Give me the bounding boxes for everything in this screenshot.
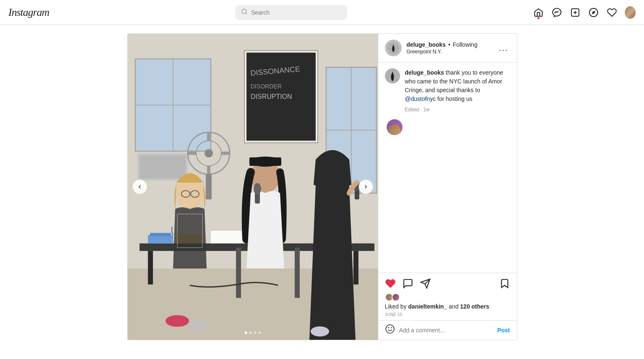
app-header: Instagram — [0, 0, 644, 25]
svg-point-64 — [386, 325, 394, 333]
likes-avatars — [385, 293, 510, 301]
like-button[interactable] — [385, 276, 396, 291]
post-header-info: deluge_books • Following Greenpoint N.Y. — [407, 41, 492, 55]
search-input[interactable] — [251, 9, 341, 16]
svg-point-0 — [242, 9, 247, 14]
author-username[interactable]: deluge_books — [407, 41, 446, 48]
caption-meta: Edited · 1w — [405, 107, 510, 113]
post-image-section: DISSONANCE DISORDER DISRUPTION — [128, 34, 378, 340]
post-header: deluge_books • Following Greenpoint N.Y.… — [378, 34, 517, 63]
caption-author-avatar[interactable] — [385, 68, 400, 83]
explore-icon[interactable] — [588, 7, 599, 18]
dot-4 — [258, 331, 261, 334]
home-notification-dot — [538, 17, 540, 19]
svg-point-48 — [254, 183, 261, 195]
svg-point-54 — [165, 315, 189, 327]
caption-mention-link[interactable]: @dustofnyc — [405, 95, 436, 102]
post-caption-area: deluge_books thank you to everyone who c… — [378, 63, 517, 273]
more-options-button[interactable]: ... — [497, 43, 510, 53]
svg-point-55 — [187, 320, 207, 330]
likes-count: 120 others — [460, 303, 489, 310]
post-location: Greenpoint N.Y. — [407, 49, 492, 55]
post-actions — [378, 273, 517, 291]
svg-point-56 — [310, 326, 329, 336]
header-nav — [533, 7, 636, 18]
svg-rect-22 — [206, 174, 211, 199]
messenger-icon[interactable] — [551, 7, 562, 18]
heart-icon[interactable] — [606, 7, 617, 18]
image-dots-indicator — [244, 331, 261, 334]
caption-block: deluge_books thank you to everyone who c… — [385, 68, 510, 113]
likes-and: and — [449, 303, 460, 310]
share-button[interactable] — [420, 276, 431, 291]
next-image-button[interactable] — [359, 180, 373, 194]
instagram-logo: Instagram — [8, 6, 49, 19]
author-avatar[interactable] — [385, 40, 402, 56]
comment-button[interactable] — [402, 276, 413, 291]
emoji-button[interactable] — [385, 324, 395, 336]
post-likes: Liked by danieltemkin_ and 120 others — [378, 291, 517, 312]
svg-marker-6 — [592, 10, 595, 14]
profile-avatar[interactable] — [625, 7, 636, 18]
post-info-panel: deluge_books • Following Greenpoint N.Y.… — [378, 34, 517, 340]
likes-prefix: Liked by — [385, 303, 407, 310]
svg-rect-14 — [139, 156, 186, 178]
svg-rect-34 — [353, 251, 358, 284]
following-label[interactable]: Following — [453, 41, 478, 48]
search-container[interactable] — [235, 5, 347, 20]
likes-text: Liked by danieltemkin_ and 120 others — [385, 303, 510, 310]
svg-point-17 — [204, 149, 213, 158]
svg-text:DISRUPTION: DISRUPTION — [250, 93, 292, 100]
main-feed: DISSONANCE DISORDER DISRUPTION — [0, 25, 644, 349]
svg-rect-38 — [211, 231, 244, 244]
post-date: JUNE 15 — [378, 312, 517, 320]
caption-text: deluge_books thank you to everyone who c… — [405, 68, 510, 103]
comment-input-area: Post — [378, 320, 517, 340]
primary-liker[interactable]: danieltemkin_ — [408, 303, 447, 310]
post-comment-button[interactable]: Post — [497, 327, 510, 334]
home-icon[interactable] — [533, 7, 544, 18]
prev-image-button[interactable] — [133, 180, 147, 194]
svg-line-1 — [246, 13, 247, 14]
create-post-icon[interactable] — [570, 7, 581, 18]
svg-text:DISORDER: DISORDER — [250, 83, 281, 90]
svg-rect-36 — [150, 233, 171, 236]
svg-rect-33 — [148, 251, 153, 284]
dot-2 — [249, 331, 252, 334]
post-card: DISSONANCE DISORDER DISRUPTION — [127, 33, 517, 340]
svg-rect-52 — [236, 248, 241, 298]
comments-preview — [385, 119, 510, 135]
svg-rect-46 — [249, 158, 281, 166]
search-icon — [241, 8, 248, 17]
caption-body-2: for hosting us — [436, 95, 473, 102]
separator-dot: • — [448, 41, 450, 48]
comment-input[interactable] — [399, 327, 493, 334]
commenter-avatar-1 — [387, 119, 402, 135]
save-button[interactable] — [499, 276, 510, 291]
dot-1 — [244, 331, 247, 334]
liker-avatar-2 — [392, 293, 400, 301]
caption-username[interactable]: deluge_books — [405, 69, 444, 76]
dot-3 — [254, 331, 256, 334]
svg-rect-53 — [294, 248, 299, 298]
